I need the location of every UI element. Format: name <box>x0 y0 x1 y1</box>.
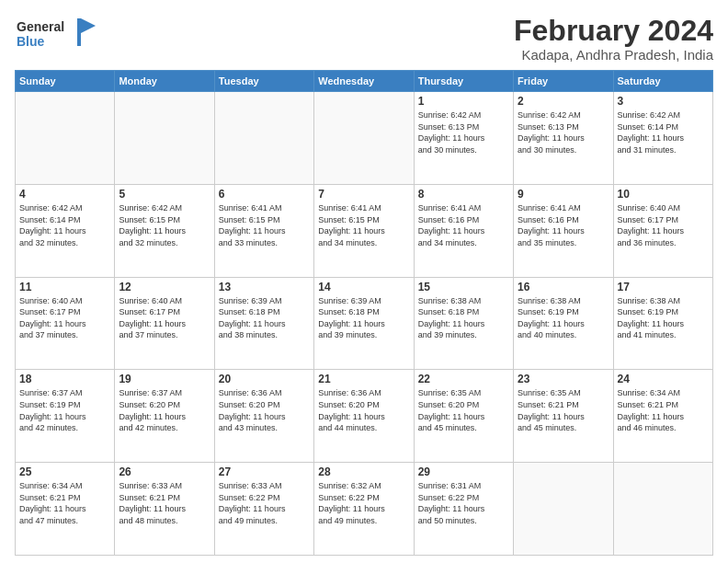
svg-marker-2 <box>81 18 96 33</box>
table-row: 1Sunrise: 6:42 AMSunset: 6:13 PMDaylight… <box>414 92 513 185</box>
day-info: Sunrise: 6:33 AMSunset: 6:21 PMDaylight:… <box>119 480 210 526</box>
table-row: 25Sunrise: 6:34 AMSunset: 6:21 PMDayligh… <box>16 463 115 556</box>
table-row: 24Sunrise: 6:34 AMSunset: 6:21 PMDayligh… <box>613 370 712 463</box>
day-number: 5 <box>119 188 210 201</box>
calendar-week-row: 18Sunrise: 6:37 AMSunset: 6:19 PMDayligh… <box>16 370 713 463</box>
col-wednesday: Wednesday <box>314 71 414 92</box>
table-row: 27Sunrise: 6:33 AMSunset: 6:22 PMDayligh… <box>214 463 313 556</box>
day-number: 29 <box>418 465 509 478</box>
day-info: Sunrise: 6:42 AMSunset: 6:13 PMDaylight:… <box>518 109 609 155</box>
day-info: Sunrise: 6:34 AMSunset: 6:21 PMDaylight:… <box>618 387 709 433</box>
table-row: 14Sunrise: 6:39 AMSunset: 6:18 PMDayligh… <box>314 277 414 370</box>
table-row: 2Sunrise: 6:42 AMSunset: 6:13 PMDaylight… <box>514 92 613 185</box>
day-info: Sunrise: 6:39 AMSunset: 6:18 PMDaylight:… <box>318 295 409 341</box>
day-number: 21 <box>318 373 409 385</box>
calendar-table: Sunday Monday Tuesday Wednesday Thursday… <box>15 70 713 556</box>
day-number: 17 <box>618 281 709 293</box>
day-info: Sunrise: 6:38 AMSunset: 6:19 PMDaylight:… <box>618 295 709 341</box>
day-number: 23 <box>518 373 609 385</box>
table-row: 22Sunrise: 6:35 AMSunset: 6:20 PMDayligh… <box>414 370 513 463</box>
day-info: Sunrise: 6:41 AMSunset: 6:16 PMDaylight:… <box>418 202 509 248</box>
day-number: 27 <box>219 465 310 478</box>
day-number: 7 <box>318 188 409 201</box>
day-number: 11 <box>19 281 110 293</box>
logo-area: General Blue <box>15 15 97 57</box>
table-row: 11Sunrise: 6:40 AMSunset: 6:17 PMDayligh… <box>16 277 115 370</box>
table-row: 9Sunrise: 6:41 AMSunset: 6:16 PMDaylight… <box>514 184 613 277</box>
day-info: Sunrise: 6:36 AMSunset: 6:20 PMDaylight:… <box>318 387 409 433</box>
day-info: Sunrise: 6:37 AMSunset: 6:19 PMDaylight:… <box>19 387 110 433</box>
table-row: 12Sunrise: 6:40 AMSunset: 6:17 PMDayligh… <box>115 277 214 370</box>
logo: General Blue <box>15 15 97 57</box>
day-number: 22 <box>418 373 509 385</box>
table-row: 4Sunrise: 6:42 AMSunset: 6:14 PMDaylight… <box>16 184 115 277</box>
day-info: Sunrise: 6:41 AMSunset: 6:15 PMDaylight:… <box>219 202 310 248</box>
table-row: 17Sunrise: 6:38 AMSunset: 6:19 PMDayligh… <box>613 277 712 370</box>
table-row: 15Sunrise: 6:38 AMSunset: 6:18 PMDayligh… <box>414 277 513 370</box>
table-row <box>314 92 414 185</box>
calendar-week-row: 4Sunrise: 6:42 AMSunset: 6:14 PMDaylight… <box>16 184 713 277</box>
col-thursday: Thursday <box>414 71 513 92</box>
table-row: 19Sunrise: 6:37 AMSunset: 6:20 PMDayligh… <box>115 370 214 463</box>
table-row <box>214 92 313 185</box>
day-number: 10 <box>618 188 709 201</box>
day-info: Sunrise: 6:40 AMSunset: 6:17 PMDaylight:… <box>19 295 110 341</box>
calendar-week-row: 25Sunrise: 6:34 AMSunset: 6:21 PMDayligh… <box>16 463 713 556</box>
title-area: February 2024 Kadapa, Andhra Pradesh, In… <box>514 15 713 63</box>
day-info: Sunrise: 6:31 AMSunset: 6:22 PMDaylight:… <box>418 480 509 526</box>
day-info: Sunrise: 6:32 AMSunset: 6:22 PMDaylight:… <box>318 480 409 526</box>
table-row: 29Sunrise: 6:31 AMSunset: 6:22 PMDayligh… <box>414 463 513 556</box>
day-number: 18 <box>19 373 110 385</box>
day-number: 12 <box>119 281 210 293</box>
day-info: Sunrise: 6:42 AMSunset: 6:14 PMDaylight:… <box>618 109 709 155</box>
table-row: 13Sunrise: 6:39 AMSunset: 6:18 PMDayligh… <box>214 277 313 370</box>
col-saturday: Saturday <box>613 71 712 92</box>
day-number: 26 <box>119 465 210 478</box>
day-number: 16 <box>518 281 609 293</box>
table-row: 3Sunrise: 6:42 AMSunset: 6:14 PMDaylight… <box>613 92 712 185</box>
day-number: 2 <box>518 95 609 108</box>
table-row: 26Sunrise: 6:33 AMSunset: 6:21 PMDayligh… <box>115 463 214 556</box>
table-row: 16Sunrise: 6:38 AMSunset: 6:19 PMDayligh… <box>514 277 613 370</box>
col-monday: Monday <box>115 71 214 92</box>
day-number: 8 <box>418 188 509 201</box>
day-number: 14 <box>318 281 409 293</box>
day-info: Sunrise: 6:40 AMSunset: 6:17 PMDaylight:… <box>119 295 210 341</box>
month-title: February 2024 <box>514 15 713 47</box>
day-info: Sunrise: 6:41 AMSunset: 6:16 PMDaylight:… <box>518 202 609 248</box>
table-row: 7Sunrise: 6:41 AMSunset: 6:15 PMDaylight… <box>314 184 414 277</box>
col-friday: Friday <box>514 71 613 92</box>
day-info: Sunrise: 6:37 AMSunset: 6:20 PMDaylight:… <box>119 387 210 433</box>
header: General Blue February 2024 Kadapa, Andhr… <box>15 15 713 63</box>
table-row <box>613 463 712 556</box>
col-tuesday: Tuesday <box>214 71 313 92</box>
day-number: 20 <box>219 373 310 385</box>
table-row: 5Sunrise: 6:42 AMSunset: 6:15 PMDaylight… <box>115 184 214 277</box>
day-number: 13 <box>219 281 310 293</box>
day-info: Sunrise: 6:38 AMSunset: 6:18 PMDaylight:… <box>418 295 509 341</box>
col-sunday: Sunday <box>16 71 115 92</box>
table-row: 28Sunrise: 6:32 AMSunset: 6:22 PMDayligh… <box>314 463 414 556</box>
table-row: 10Sunrise: 6:40 AMSunset: 6:17 PMDayligh… <box>613 184 712 277</box>
day-info: Sunrise: 6:42 AMSunset: 6:14 PMDaylight:… <box>19 202 110 248</box>
page: General Blue February 2024 Kadapa, Andhr… <box>0 0 728 563</box>
svg-text:Blue: Blue <box>17 34 45 49</box>
day-info: Sunrise: 6:39 AMSunset: 6:18 PMDaylight:… <box>219 295 310 341</box>
day-number: 28 <box>318 465 409 478</box>
day-number: 4 <box>19 188 110 201</box>
day-info: Sunrise: 6:35 AMSunset: 6:21 PMDaylight:… <box>518 387 609 433</box>
calendar-week-row: 1Sunrise: 6:42 AMSunset: 6:13 PMDaylight… <box>16 92 713 185</box>
calendar-header-row: Sunday Monday Tuesday Wednesday Thursday… <box>16 71 713 92</box>
day-info: Sunrise: 6:40 AMSunset: 6:17 PMDaylight:… <box>618 202 709 248</box>
table-row <box>16 92 115 185</box>
day-number: 24 <box>618 373 709 385</box>
day-info: Sunrise: 6:42 AMSunset: 6:13 PMDaylight:… <box>418 109 509 155</box>
location-title: Kadapa, Andhra Pradesh, India <box>514 47 713 63</box>
day-number: 9 <box>518 188 609 201</box>
day-number: 1 <box>418 95 509 108</box>
calendar-week-row: 11Sunrise: 6:40 AMSunset: 6:17 PMDayligh… <box>16 277 713 370</box>
day-info: Sunrise: 6:34 AMSunset: 6:21 PMDaylight:… <box>19 480 110 526</box>
day-info: Sunrise: 6:35 AMSunset: 6:20 PMDaylight:… <box>418 387 509 433</box>
table-row <box>514 463 613 556</box>
table-row: 20Sunrise: 6:36 AMSunset: 6:20 PMDayligh… <box>214 370 313 463</box>
